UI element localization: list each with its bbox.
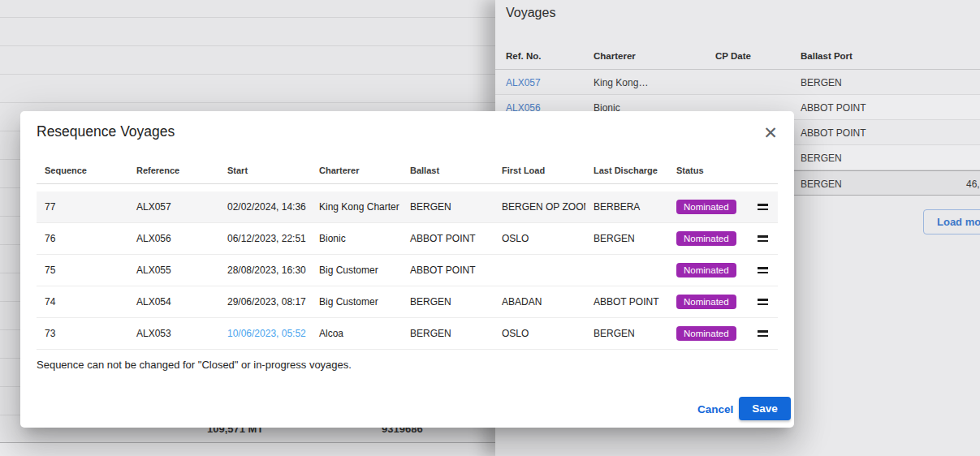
start-cell: 28/08/2023, 16:30 bbox=[219, 265, 311, 276]
ballast-cell: ABBOT POINT bbox=[402, 233, 494, 244]
first-load-cell: ABADAN bbox=[494, 296, 585, 308]
col-cp-date: CP Date bbox=[715, 51, 751, 61]
ballast-port-cell: ABBOT POINT bbox=[801, 127, 866, 139]
col-charterer: Charterer bbox=[594, 51, 636, 61]
voyages-table-header: Ref. No. Charterer CP Date Ballast Port bbox=[495, 45, 980, 70]
charterer-cell: King Kong Charter bbox=[311, 201, 402, 213]
ballast-cell: ABBOT POINT bbox=[402, 265, 494, 276]
ballast-cell: BERGEN bbox=[402, 328, 494, 339]
resequence-voyages-dialog: Resequence Voyages ✕ Sequence Reference … bbox=[20, 111, 794, 428]
sequence-cell: 75 bbox=[37, 265, 128, 276]
drag-handle-icon[interactable] bbox=[758, 234, 768, 243]
sequence-cell: 77 bbox=[37, 201, 128, 213]
save-button[interactable]: Save bbox=[739, 397, 791, 420]
status-cell: Nominated bbox=[676, 326, 758, 341]
drag-handle-icon[interactable] bbox=[758, 266, 768, 274]
status-badge: Nominated bbox=[676, 263, 736, 277]
sequence-cell: 74 bbox=[37, 296, 128, 308]
reference-cell: ALX054 bbox=[128, 296, 219, 308]
load-more-button[interactable]: Load more bbox=[923, 209, 980, 234]
reference-cell: ALX057 bbox=[128, 201, 219, 213]
drag-cell bbox=[758, 298, 768, 306]
drag-handle-icon[interactable] bbox=[758, 329, 768, 338]
drag-cell bbox=[758, 266, 768, 274]
voyage-row[interactable]: ALX057 King Kong… BERGEN bbox=[495, 70, 980, 95]
last-discharge-cell: BERGEN bbox=[585, 328, 676, 339]
last-discharge-cell: BERGEN bbox=[585, 233, 676, 244]
reference-cell: ALX055 bbox=[128, 265, 219, 276]
dialog-title: Resequence Voyages bbox=[37, 123, 175, 140]
start-cell: 02/02/2024, 14:36 bbox=[219, 201, 311, 213]
close-icon[interactable]: ✕ bbox=[759, 122, 782, 144]
status-cell: Nominated bbox=[676, 200, 758, 214]
col-ballast: Ballast bbox=[402, 166, 494, 175]
totals-footer-strip bbox=[0, 443, 495, 456]
col-reference: Reference bbox=[128, 166, 219, 175]
status-cell: Nominated bbox=[676, 231, 758, 246]
drag-cell bbox=[758, 203, 768, 211]
start-cell: 06/12/2023, 22:51 bbox=[219, 233, 311, 244]
col-charterer: Charterer bbox=[311, 166, 402, 175]
status-badge: Nominated bbox=[676, 231, 736, 246]
first-load-cell: OSLO bbox=[494, 233, 585, 244]
ballast-port-cell: BERGEN bbox=[801, 179, 842, 190]
sequence-cell: 76 bbox=[37, 233, 128, 244]
charterer-cell: Bionic bbox=[311, 233, 402, 244]
first-load-cell: OSLO bbox=[494, 328, 585, 339]
col-first-load: First Load bbox=[494, 166, 585, 175]
last-discharge-cell: BERBERA bbox=[585, 201, 676, 213]
resequence-row[interactable]: 77 ALX057 02/02/2024, 14:36 King Kong Ch… bbox=[37, 191, 778, 223]
drag-cell bbox=[758, 234, 768, 243]
charterer-cell: Big Customer bbox=[311, 296, 402, 308]
reference-cell: ALX056 bbox=[128, 233, 219, 244]
sequence-note: Sequence can not be changed for "Closed"… bbox=[37, 359, 352, 371]
resequence-table: Sequence Reference Start Charterer Balla… bbox=[37, 157, 778, 350]
voyages-panel-title: Voyages bbox=[506, 6, 555, 20]
sequence-cell: 73 bbox=[37, 328, 128, 339]
drag-handle-icon[interactable] bbox=[758, 298, 768, 306]
col-last-discharge: Last Discharge bbox=[585, 166, 676, 175]
charterer-cell: Alcoa bbox=[311, 328, 402, 339]
ballast-cell: BERGEN bbox=[402, 296, 494, 308]
status-cell: Nominated bbox=[676, 295, 758, 309]
first-load-cell: BERGEN OP ZOOM bbox=[494, 201, 585, 213]
ballast-port-cell: ABBOT POINT bbox=[801, 102, 866, 114]
start-date-link[interactable]: 10/06/2023, 05:52 bbox=[219, 328, 311, 339]
ballast-cell: BERGEN bbox=[402, 201, 494, 213]
col-start: Start bbox=[219, 166, 311, 175]
status-badge: Nominated bbox=[676, 326, 736, 341]
resequence-table-header: Sequence Reference Start Charterer Balla… bbox=[37, 157, 778, 184]
charterer-cell: King Kong… bbox=[594, 77, 648, 88]
ballast-port-cell: BERGEN bbox=[801, 153, 842, 164]
charterer-cell: Big Customer bbox=[311, 265, 402, 276]
drag-cell bbox=[758, 329, 768, 338]
extra-cell: 46,96 bbox=[934, 179, 980, 190]
col-status: Status bbox=[676, 166, 758, 175]
status-cell: Nominated bbox=[676, 263, 758, 277]
drag-handle-icon[interactable] bbox=[758, 203, 768, 211]
ballast-port-cell: BERGEN bbox=[801, 77, 842, 88]
ref-no-link[interactable]: ALX057 bbox=[506, 77, 541, 88]
last-discharge-cell: ABBOT POINT bbox=[585, 296, 676, 308]
reference-cell: ALX053 bbox=[128, 328, 219, 339]
cancel-button[interactable]: Cancel bbox=[686, 398, 745, 420]
status-badge: Nominated bbox=[676, 200, 736, 214]
col-ballast-port: Ballast Port bbox=[801, 51, 853, 61]
resequence-row[interactable]: 73 ALX053 10/06/2023, 05:52 Alcoa BERGEN… bbox=[37, 318, 778, 350]
start-cell: 29/06/2023, 08:17 bbox=[219, 296, 311, 308]
resequence-row[interactable]: 74 ALX054 29/06/2023, 08:17 Big Customer… bbox=[37, 286, 778, 318]
resequence-row[interactable]: 75 ALX055 28/08/2023, 16:30 Big Customer… bbox=[37, 255, 778, 286]
status-badge: Nominated bbox=[676, 295, 736, 309]
col-sequence: Sequence bbox=[37, 166, 128, 175]
resequence-row[interactable]: 76 ALX056 06/12/2023, 22:51 Bionic ABBOT… bbox=[37, 223, 778, 255]
table-spacer bbox=[37, 184, 778, 191]
col-ref-no: Ref. No. bbox=[506, 51, 541, 61]
